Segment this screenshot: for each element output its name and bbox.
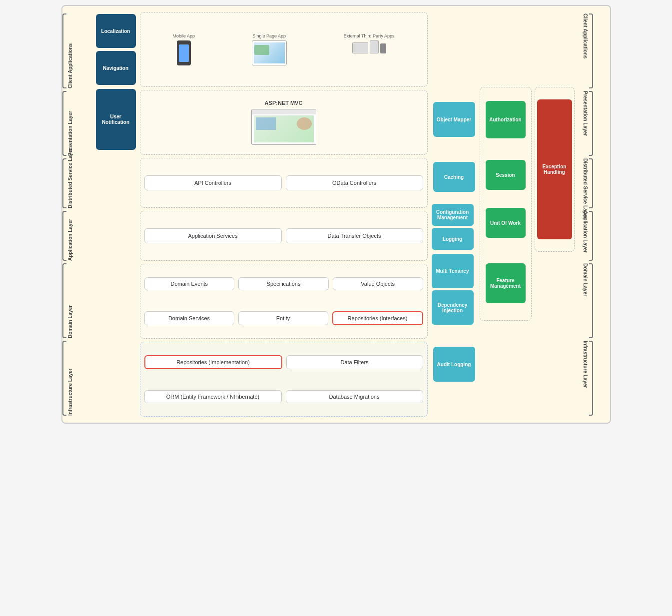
spa-label: Single Page App	[253, 33, 286, 38]
right-labels: Client Applications Presentation Layer D…	[583, 6, 610, 423]
feature-mgmt-wrapper: Feature Management	[482, 248, 529, 318]
data-filters-box: Data Filters	[286, 355, 423, 369]
brace-right-presentation	[589, 91, 593, 156]
label-domain-right: Domain Layer	[583, 263, 588, 338]
label-client-right: Client Applications	[583, 13, 588, 88]
right-label-presentation: Presentation Layer	[583, 91, 610, 156]
orm-box: ORM (Entity Framework / NHibernate)	[144, 390, 282, 403]
db-migrations-box: Database Migrations	[286, 390, 423, 403]
mvc-chart2	[297, 117, 312, 130]
phone-screen	[179, 44, 189, 62]
spacer-application	[96, 202, 136, 252]
exception-handling-box: Exception Handling	[537, 99, 572, 239]
brace-left-application	[62, 211, 66, 261]
client-applications-section: Mobile App Single Page App	[140, 12, 428, 87]
external-apps-label: External Third Party Apps	[344, 33, 395, 38]
dependency-injection-box: Dependency Injection	[432, 290, 474, 325]
multi-tenancy-box: Multi Tenancy	[432, 254, 474, 288]
object-mapper-wrapper: Object Mapper	[432, 87, 477, 152]
audit-logging-box: Audit Logging	[433, 347, 475, 382]
right-col-green: Authorization Session Unit Of Work Featu…	[480, 12, 532, 417]
distributed-boxes-row: API Controllers OData Controllers	[144, 175, 423, 190]
brace-right-application	[589, 211, 593, 261]
odata-controllers-box: OData Controllers	[286, 175, 423, 190]
presentation-blue-boxes: User Notification	[96, 87, 136, 152]
infrastructure-row1: Repositories (Implementation) Data Filte…	[144, 355, 423, 369]
brace-left-client	[62, 13, 66, 88]
center-column: Mobile App Single Page App	[140, 12, 428, 417]
navigation-box: Navigation	[96, 51, 136, 85]
right-label-domain: Domain Layer	[583, 263, 610, 338]
brace-left-domain	[62, 263, 66, 338]
client-blue-boxes: Localization Navigation	[96, 12, 136, 87]
config-logging-wrapper: Configuration Management Logging	[432, 202, 477, 252]
left-label-presentation: Presentation Layer	[62, 91, 90, 156]
authorization-wrapper: Authorization	[482, 89, 529, 149]
spacer-green-client	[480, 12, 532, 87]
spacer-domain	[96, 252, 136, 327]
brace-left-presentation	[62, 91, 66, 156]
audit-logging-wrapper: Audit Logging	[432, 327, 477, 402]
phone-icon	[380, 43, 386, 53]
caching-box: Caching	[433, 162, 475, 192]
label-infrastructure-left: Infrastructure Layer	[67, 341, 73, 416]
left-label-application: Application Layer	[62, 211, 90, 261]
specifications-box: Specifications	[238, 277, 329, 290]
spacer-cyan-client	[432, 12, 477, 87]
brace-right-client	[589, 13, 593, 88]
label-domain-left: Domain Layer	[67, 263, 73, 338]
left-label-distributed: Distributed Service Layer	[62, 158, 90, 208]
value-objects-box: Value Objects	[333, 277, 423, 290]
dto-box: Data Transfer Objects	[286, 228, 423, 243]
external-apps-item: External Third Party Apps	[344, 33, 395, 53]
spa-chart-element	[254, 45, 269, 55]
config-mgmt-box: Configuration Management	[432, 204, 474, 226]
presentation-layer-section: ASP:NET MVC	[140, 90, 428, 155]
external-devices	[352, 40, 386, 53]
right-label-client: Client Applications	[583, 13, 610, 88]
label-application-left: Application Layer	[67, 211, 73, 261]
right-label-application: Application Layer	[583, 211, 610, 261]
label-distributed-left: Distributed Service Layer	[67, 158, 73, 208]
caching-wrapper: Caching	[432, 152, 477, 202]
spa-screen-icon	[252, 40, 287, 65]
laptop-icon	[352, 42, 368, 53]
spacer-distributed	[96, 152, 136, 202]
brace-right-domain	[589, 263, 593, 338]
application-layer-section: Application Services Data Transfer Objec…	[140, 211, 428, 261]
mvc-chart1	[256, 117, 276, 130]
infrastructure-row2: ORM (Entity Framework / NHibernate) Data…	[144, 390, 423, 403]
mobile-app-item: Mobile App	[172, 33, 195, 65]
green-dashed-group: Authorization Session Unit Of Work Featu…	[480, 87, 532, 321]
repositories-impl-box: Repositories (Implementation)	[144, 355, 282, 369]
red-dashed-group: Exception Handling	[535, 87, 575, 252]
object-mapper-box: Object Mapper	[433, 102, 475, 137]
tablet-icon	[370, 40, 379, 53]
session-wrapper: Session	[482, 152, 529, 197]
mvc-content	[254, 115, 314, 142]
unit-of-work-box: Unit Of Work	[486, 208, 526, 238]
left-label-client: Client Applications	[62, 13, 90, 88]
repositories-interfaces-box: Repositories (Interfaces)	[332, 311, 423, 325]
application-services-box: Application Services	[144, 228, 282, 243]
spa-item: Single Page App	[252, 33, 287, 65]
localization-box: Localization	[96, 14, 136, 48]
label-presentation-left: Presentation Layer	[67, 91, 73, 156]
spacer-red-client	[535, 12, 575, 87]
domain-layer-section: Domain Events Specifications Value Objec…	[140, 264, 428, 339]
brace-left-infrastructure	[62, 341, 66, 416]
domain-row1: Domain Events Specifications Value Objec…	[144, 277, 423, 290]
exception-handling-wrapper: Exception Handling	[537, 89, 572, 249]
brace-right-infrastructure	[589, 341, 593, 416]
label-application-right: Application Layer	[583, 211, 588, 261]
mobile-app-label: Mobile App	[172, 33, 195, 38]
api-controllers-box: API Controllers	[144, 175, 282, 190]
main-content: Localization Navigation User Notificatio…	[96, 12, 577, 417]
logging-box: Logging	[432, 228, 474, 250]
domain-events-box: Domain Events	[144, 277, 235, 290]
left-label-infrastructure: Infrastructure Layer	[62, 341, 90, 416]
session-box: Session	[486, 160, 526, 190]
mobile-phone-icon	[177, 40, 191, 65]
entity-box: Entity	[238, 311, 328, 325]
mvc-toolbar	[252, 109, 316, 114]
